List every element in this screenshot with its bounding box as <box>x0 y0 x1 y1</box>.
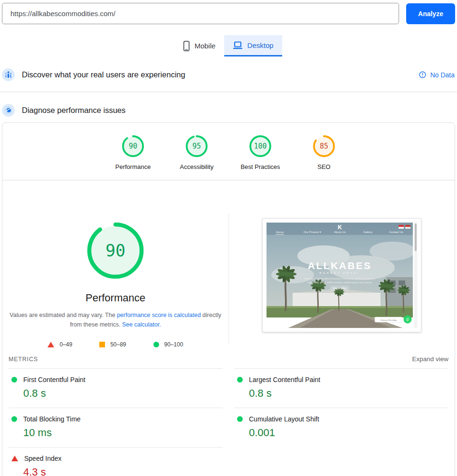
site-nav-gallery: Gallery <box>363 231 372 233</box>
legend-range: 50–89 <box>110 341 126 348</box>
site-subheadline: BERKAT ABADI <box>319 271 360 274</box>
metric-name: Cumulative Layout Shift <box>249 415 319 423</box>
metric-first-contentful-paint[interactable]: First Contentful Paint 0.8 s <box>9 368 223 408</box>
see-calculator-link[interactable]: See calculator. <box>122 321 161 328</box>
performance-title: Performance <box>86 292 145 304</box>
metric-largest-contentful-paint[interactable]: Largest Contentful Paint 0.8 s <box>234 368 448 408</box>
site-nav-home: Home <box>276 231 284 233</box>
metric-status-icon <box>11 416 17 422</box>
score-label: SEO <box>317 163 330 170</box>
best-practices-score-gauge: 100 <box>249 135 272 158</box>
metric-value: 10 ms <box>23 427 223 439</box>
score-summary: 90 Performance 95 Accessibility 100 <box>2 123 455 180</box>
site-nav-contact: Contact Us <box>389 231 403 233</box>
report-card: 90 Performance 95 Accessibility 100 <box>2 122 455 476</box>
desktop-laptop-icon <box>233 41 243 49</box>
performance-gauge-column: 90 Performance Values are estimated and … <box>2 222 228 348</box>
red-triangle-icon <box>48 342 54 347</box>
diagnose-section: Diagnose performance issues <box>0 92 457 117</box>
score-item-best-practices[interactable]: 100 Best Practices <box>240 135 281 170</box>
metric-value: 0.001 <box>249 427 448 439</box>
info-icon <box>419 71 426 78</box>
whatsapp-label: Hubungi WhatsApp <box>380 319 397 321</box>
legend-range: 0–49 <box>59 341 72 348</box>
metric-value: 0.8 s <box>249 387 448 400</box>
legend-item-average: 50–89 <box>99 341 126 348</box>
metric-name: Largest Contentful Paint <box>249 376 320 383</box>
metric-total-blocking-time[interactable]: Total Blocking Time 10 ms <box>9 408 223 447</box>
performance-score-gauge: 90 <box>122 135 144 158</box>
legend-range: 90–100 <box>164 341 183 348</box>
tab-mobile-label: Mobile <box>194 42 215 50</box>
seo-score-gauge: 85 <box>313 135 335 158</box>
metric-speed-index[interactable]: Speed Index 4.3 s <box>9 447 223 476</box>
score-label: Performance <box>115 163 151 170</box>
url-bar-row: Analyze <box>0 0 457 25</box>
site-tagline-1: Allkabes Commodities Provides Indonesian… <box>304 277 375 280</box>
green-circle-icon <box>153 342 159 347</box>
score-label: Accessibility <box>180 163 214 170</box>
thumbnail-scrollbar[interactable] <box>414 223 417 328</box>
screenshot-column: Home Our Product ▾ About Us Gallery Cont… <box>228 222 455 348</box>
metric-value: 0.8 s <box>23 387 223 400</box>
site-logo: K <box>338 224 342 231</box>
site-nav-product: Our Product ▾ <box>304 231 321 233</box>
column-divider <box>228 214 229 343</box>
legend-item-poor: 0–49 <box>48 341 72 348</box>
site-headline: ALLKABES <box>307 260 371 271</box>
url-input[interactable] <box>2 3 399 24</box>
score-legend: 0–49 50–89 90–100 <box>48 341 183 348</box>
site-nav-about: About Us <box>334 231 346 233</box>
performance-main-gauge: 90 <box>87 222 144 279</box>
site-tagline-2: especially green coffee beans, vanilla b… <box>307 281 372 284</box>
mobile-phone-icon <box>183 41 190 51</box>
discover-section-title: Discover what your real users are experi… <box>22 70 185 79</box>
tab-mobile[interactable]: Mobile <box>175 35 224 56</box>
no-data-label: No Data <box>430 71 455 79</box>
expand-view-button[interactable]: Expand view <box>412 355 448 363</box>
accessibility-score-gauge: 95 <box>185 135 208 158</box>
diagnose-section-title: Diagnose performance issues <box>22 106 125 115</box>
metric-name: First Contentful Paint <box>23 376 86 383</box>
metric-cumulative-layout-shift[interactable]: Cumulative Layout Shift 0.001 <box>234 408 448 447</box>
metric-status-icon <box>11 377 17 383</box>
legend-item-good: 90–100 <box>153 341 183 348</box>
metrics-grid: First Contentful Paint 0.8 s Largest Con… <box>9 368 448 476</box>
score-item-seo[interactable]: 85 SEO <box>304 135 344 170</box>
score-item-performance[interactable]: 90 Performance <box>113 135 153 170</box>
tab-desktop-label: Desktop <box>248 41 274 49</box>
metric-status-icon <box>11 456 18 461</box>
tab-desktop[interactable]: Desktop <box>224 35 282 56</box>
page-screenshot-thumbnail[interactable]: Home Our Product ▾ About Us Gallery Cont… <box>262 218 421 332</box>
svg-text:✆: ✆ <box>406 317 409 322</box>
metric-name: Speed Index <box>24 455 62 462</box>
orange-square-icon <box>99 342 105 347</box>
no-data-link[interactable]: No Data <box>419 71 455 79</box>
diagnose-speedometer-icon <box>2 104 15 117</box>
performance-columns: 90 Performance Values are estimated and … <box>2 180 455 348</box>
field-data-section: Discover what your real users are experi… <box>0 56 457 92</box>
real-users-chart-icon <box>2 68 15 81</box>
score-label: Best Practices <box>240 163 280 170</box>
metrics-heading: METRICS <box>9 356 38 363</box>
website-screenshot: Home Our Product ▾ About Us Gallery Cont… <box>267 223 413 328</box>
metric-status-icon <box>237 416 243 422</box>
metric-empty-cell <box>234 447 448 476</box>
performance-score-calc-link[interactable]: performance score is calculated <box>117 312 200 318</box>
score-item-accessibility[interactable]: 95 Accessibility <box>176 135 217 170</box>
metric-name: Total Blocking Time <box>23 415 81 423</box>
site-cta-button: Discover More <box>333 287 347 289</box>
device-tabs: Mobile Desktop <box>0 35 457 56</box>
metrics-header: METRICS Expand view <box>9 355 448 363</box>
analyze-button[interactable]: Analyze <box>406 3 455 24</box>
disclaimer-text: Values are estimated and may vary. The <box>10 312 117 318</box>
metric-status-icon <box>237 377 243 383</box>
metric-value: 4.3 s <box>23 466 223 476</box>
score-disclaimer: Values are estimated and may vary. The p… <box>8 310 223 329</box>
